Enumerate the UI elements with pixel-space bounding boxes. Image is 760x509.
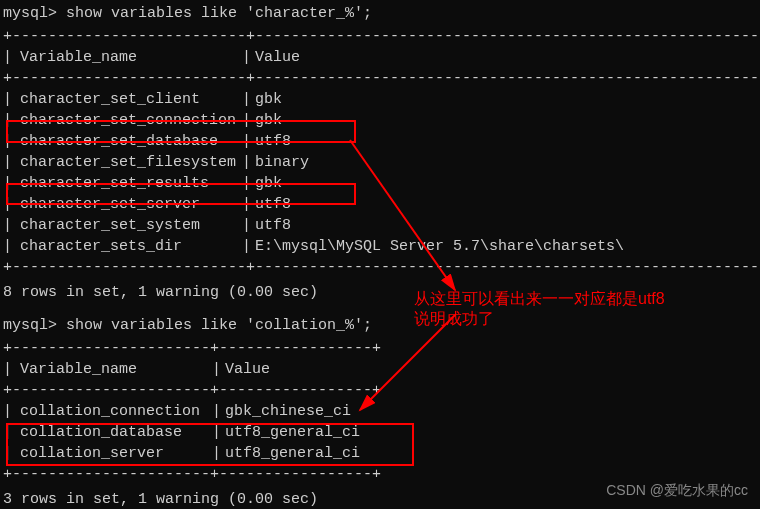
cell: collation_connection [12, 401, 212, 422]
cell: character_set_system [12, 215, 242, 236]
prompt-text-1: mysql> show variables like 'character_%'… [3, 5, 372, 22]
pipe: | [3, 238, 12, 255]
cell: character_set_results [12, 173, 242, 194]
cell: binary [251, 152, 309, 173]
table-row: |character_set_database|utf8 [3, 131, 757, 152]
cell: gbk_chinese_ci [221, 401, 351, 422]
pipe: | [3, 91, 12, 108]
pipe: | [242, 196, 251, 213]
pipe: | [242, 175, 251, 192]
watermark: CSDN @爱吃水果的cc [606, 481, 748, 501]
pipe: | [212, 403, 221, 420]
result-text-1: 8 rows in set, 1 warning (0.00 sec) [3, 284, 318, 301]
table-row: |character_set_client|gbk [3, 89, 757, 110]
table-row: |character_set_filesystem|binary [3, 152, 757, 173]
table1-border-top: +--------------------------+------------… [3, 26, 757, 47]
pipe: | [3, 49, 12, 66]
cell: utf8 [251, 194, 291, 215]
table-row: |character_set_results|gbk [3, 173, 757, 194]
pipe: | [3, 154, 12, 171]
table2-header-col2: Value [221, 359, 270, 380]
pipe: | [242, 91, 251, 108]
pipe: | [3, 112, 12, 129]
table2-header-col1: Variable_name [12, 359, 212, 380]
pipe: | [3, 445, 12, 462]
cell: gbk [251, 173, 282, 194]
cell: collation_server [12, 443, 212, 464]
table-row: |character_set_system|utf8 [3, 215, 757, 236]
cell: utf8 [251, 131, 291, 152]
table1-header-col2: Value [251, 47, 300, 68]
pipe: | [242, 112, 251, 129]
table1-border-head: +--------------------------+------------… [3, 68, 757, 89]
table1-border-bottom: +--------------------------+------------… [3, 257, 757, 278]
cell: gbk [251, 89, 282, 110]
pipe: | [212, 445, 221, 462]
sql-prompt-2: mysql> show variables like 'collation_%'… [3, 315, 757, 336]
cell: character_set_server [12, 194, 242, 215]
pipe: | [3, 403, 12, 420]
result-text-2: 3 rows in set, 1 warning (0.00 sec) [3, 491, 318, 508]
pipe: | [3, 196, 12, 213]
table2-border-head: +----------------------+----------------… [3, 380, 757, 401]
cell: character_set_filesystem [12, 152, 242, 173]
cell: character_set_database [12, 131, 242, 152]
cell: character_set_connection [12, 110, 242, 131]
table-row: |collation_server|utf8_general_ci [3, 443, 757, 464]
pipe: | [3, 175, 12, 192]
table1-header-row: |Variable_name|Value [3, 47, 757, 68]
table2-header-row: |Variable_name|Value [3, 359, 757, 380]
table-row: |collation_connection|gbk_chinese_ci [3, 401, 757, 422]
cell: character_set_client [12, 89, 242, 110]
pipe: | [3, 424, 12, 441]
pipe: | [3, 133, 12, 150]
pipe: | [242, 154, 251, 171]
pipe: | [242, 133, 251, 150]
table-row: |character_set_connection|gbk [3, 110, 757, 131]
cell: utf8 [251, 215, 291, 236]
pipe: | [212, 424, 221, 441]
cell: utf8_general_ci [221, 422, 360, 443]
result-1: 8 rows in set, 1 warning (0.00 sec) [3, 282, 757, 303]
table1-header-col1: Variable_name [12, 47, 242, 68]
pipe: | [242, 217, 251, 234]
pipe: | [3, 217, 12, 234]
cell: utf8_general_ci [221, 443, 360, 464]
prompt-text-2: mysql> show variables like 'collation_%'… [3, 317, 372, 334]
pipe: | [242, 49, 251, 66]
cell: collation_database [12, 422, 212, 443]
table-row: |character_sets_dir|E:\mysql\MySQL Serve… [3, 236, 757, 257]
cell: gbk [251, 110, 282, 131]
pipe: | [212, 361, 221, 378]
table-row: |collation_database|utf8_general_ci [3, 422, 757, 443]
table2-border-top: +----------------------+----------------… [3, 338, 757, 359]
sql-prompt-1: mysql> show variables like 'character_%'… [3, 3, 757, 24]
table-row: |character_set_server|utf8 [3, 194, 757, 215]
cell: E:\mysql\MySQL Server 5.7\share\charsets… [251, 236, 624, 257]
pipe: | [3, 361, 12, 378]
pipe: | [242, 238, 251, 255]
cell: character_sets_dir [12, 236, 242, 257]
